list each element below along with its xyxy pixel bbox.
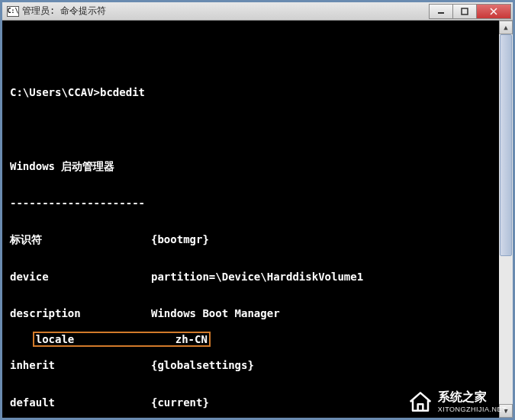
window-title: 管理员: 命令提示符 [22,5,106,18]
window-titlebar: C:\ 管理员: 命令提示符 [2,2,513,21]
prompt-path: C:\Users\CCAV> [10,86,100,98]
identifier-row: 标识符{bootmgr} [10,233,510,245]
scroll-down-button[interactable]: ▼ [499,404,513,418]
kv-key: device [10,271,151,283]
minimize-icon [437,8,445,15]
maximize-button[interactable] [452,4,477,19]
scroll-track[interactable] [499,34,513,404]
kv-value: {globalsettings} [151,359,254,371]
kv-key: description [10,307,151,319]
kv-key: default [10,396,151,409]
kv-key: inherit [10,359,151,371]
scroll-up-button[interactable]: ▲ [499,21,513,34]
blank-line [10,50,510,62]
kv-row: default{current} [10,396,510,409]
identifier-label: 标识符 [10,233,151,245]
section-header: Windows 启动管理器 [10,160,510,172]
kv-row: descriptionWindows Boot Manager [10,307,510,319]
vertical-scrollbar[interactable]: ▲ ▼ [499,21,513,418]
locale-highlight: localezh-CN [33,332,211,347]
close-icon [489,8,498,15]
svg-rect-1 [462,8,468,14]
identifier-value: {bootmgr} [151,233,209,245]
blank-line [10,123,510,136]
kv-value: {current} [151,396,209,409]
kv-value: zh-CN [175,333,208,345]
kv-value: partition=\Device\HarddiskVolume1 [151,271,363,283]
divider-line: --------------------- [10,197,483,209]
kv-row: inherit{globalsettings} [10,359,510,371]
kv-key: locale [36,333,175,345]
app-icon: C:\ [7,6,19,17]
close-button[interactable] [476,4,511,19]
kv-row: devicepartition=\Device\HarddiskVolume1 [10,271,510,283]
prompt-line: C:\Users\CCAV>bcdedit [10,86,510,98]
maximize-icon [461,8,468,15]
command-text: bcdedit [100,86,145,98]
minimize-button[interactable] [429,4,453,19]
kv-value: Windows Boot Manager [151,307,280,319]
terminal-output[interactable]: C:\Users\CCAV>bcdedit Windows 启动管理器 ----… [2,21,513,418]
scroll-thumb[interactable] [500,34,512,256]
